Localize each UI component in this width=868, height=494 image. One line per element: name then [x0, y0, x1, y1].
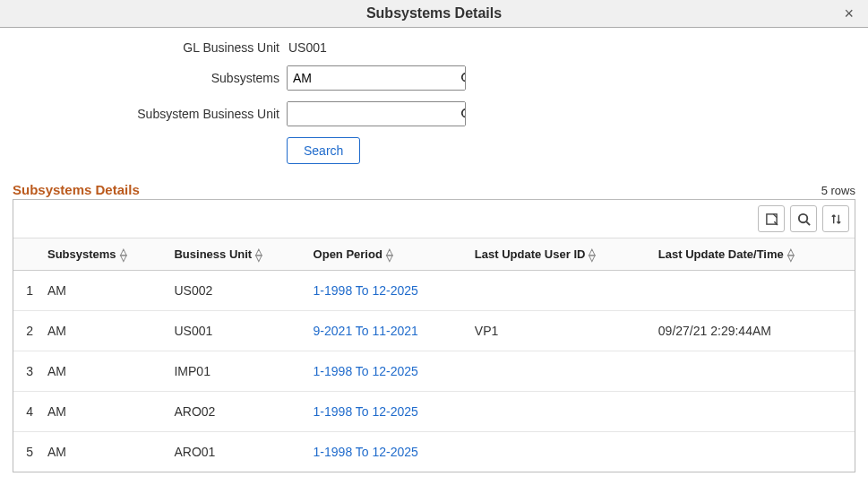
col-business-unit-label: Business Unit — [174, 247, 252, 261]
col-last-update-user-label: Last Update User ID — [475, 247, 586, 261]
col-subsystems[interactable]: Subsystems — [40, 238, 167, 271]
cell-row-number: 1 — [13, 271, 40, 311]
cell-row-number: 3 — [13, 351, 40, 392]
table-row: 4 AM ARO02 1-1998 To 12-2025 — [13, 392, 855, 432]
subsystem-bu-field-wrap — [287, 101, 466, 126]
cell-last-update-user — [468, 392, 651, 432]
cell-business-unit: ARO01 — [167, 432, 305, 472]
subsystems-lookup-button[interactable] — [455, 66, 466, 90]
cell-last-update-user — [468, 432, 651, 472]
svg-point-5 — [798, 213, 806, 221]
search-button[interactable]: Search — [287, 137, 360, 164]
cell-subsystems: AM — [40, 351, 167, 392]
cell-open-period-link[interactable]: 9-2021 To 11-2021 — [306, 311, 468, 351]
subsystems-label: Subsystems — [18, 71, 287, 85]
col-last-update-user[interactable]: Last Update User ID — [468, 238, 651, 271]
sort-indicator-icon — [120, 248, 127, 261]
cell-open-period-link[interactable]: 1-1998 To 12-2025 — [306, 392, 468, 432]
cell-last-update-user — [468, 271, 651, 311]
sort-indicator-icon — [386, 248, 393, 261]
cell-row-number: 4 — [13, 392, 40, 432]
results-table: Subsystems Business Unit Open Period Las… — [13, 238, 855, 472]
col-open-period[interactable]: Open Period — [306, 238, 468, 271]
search-icon — [797, 212, 811, 226]
close-icon: × — [844, 4, 854, 22]
svg-point-2 — [462, 109, 466, 117]
cell-subsystems: AM — [40, 432, 167, 472]
col-row-number — [13, 238, 40, 271]
col-last-update-dttm[interactable]: Last Update Date/Time — [651, 238, 855, 271]
cell-business-unit: US001 — [167, 311, 305, 351]
table-row: 5 AM ARO01 1-1998 To 12-2025 — [13, 432, 855, 472]
cell-subsystems: AM — [40, 271, 167, 311]
cell-last-update-user: VP1 — [468, 311, 651, 351]
col-last-update-dttm-label: Last Update Date/Time — [658, 247, 784, 261]
grid-action-icon — [765, 212, 778, 226]
cell-row-number: 5 — [13, 432, 40, 472]
col-open-period-label: Open Period — [314, 247, 382, 261]
gl-business-unit-value: US001 — [287, 40, 327, 55]
sort-button[interactable] — [822, 205, 849, 232]
table-row: 1 AM US002 1-1998 To 12-2025 — [13, 271, 855, 311]
grid-section-title: Subsystems Details — [13, 182, 140, 197]
table-row: 2 AM US001 9-2021 To 11-2021 VP1 09/27/2… — [13, 311, 855, 351]
cell-open-period-link[interactable]: 1-1998 To 12-2025 — [306, 432, 468, 472]
sort-indicator-icon — [589, 248, 596, 261]
cell-open-period-link[interactable]: 1-1998 To 12-2025 — [306, 351, 468, 392]
cell-row-number: 2 — [13, 311, 40, 351]
cell-last-update-dttm — [651, 432, 855, 472]
subsystem-bu-label: Subsystem Business Unit — [18, 107, 287, 121]
grid-row-count: 5 rows — [821, 184, 855, 197]
subsystem-bu-lookup-button[interactable] — [455, 102, 466, 126]
cell-business-unit: ARO02 — [167, 392, 305, 432]
subsystems-input[interactable] — [288, 66, 455, 90]
sort-indicator-icon — [787, 248, 795, 261]
search-form: GL Business Unit US001 Subsystems Subsys… — [0, 28, 868, 182]
cell-last-update-user — [468, 351, 651, 392]
cell-open-period-link[interactable]: 1-1998 To 12-2025 — [306, 271, 468, 311]
cell-last-update-dttm — [651, 392, 855, 432]
gl-business-unit-label: GL Business Unit — [18, 40, 287, 55]
modal-header: Subsystems Details × — [0, 0, 868, 28]
search-icon — [460, 72, 466, 84]
col-subsystems-label: Subsystems — [47, 247, 116, 261]
cell-business-unit: US002 — [167, 271, 305, 311]
cell-subsystems: AM — [40, 311, 167, 351]
sort-indicator-icon — [255, 248, 262, 261]
cell-last-update-dttm — [651, 271, 855, 311]
sort-icon — [829, 212, 843, 226]
table-row: 3 AM IMP01 1-1998 To 12-2025 — [13, 351, 855, 392]
grid-toolbar — [13, 200, 855, 238]
grid-section-header: Subsystems Details 5 rows — [0, 182, 868, 199]
svg-line-6 — [806, 221, 810, 225]
col-business-unit[interactable]: Business Unit — [167, 238, 305, 271]
modal-title: Subsystems Details — [366, 5, 502, 21]
cell-last-update-dttm: 09/27/21 2:29:44AM — [651, 311, 855, 351]
subsystem-bu-input[interactable] — [288, 102, 455, 126]
cell-last-update-dttm — [651, 351, 855, 392]
personalize-button[interactable] — [758, 205, 785, 232]
cell-business-unit: IMP01 — [167, 351, 305, 392]
search-icon — [460, 108, 466, 120]
cell-subsystems: AM — [40, 392, 167, 432]
find-button[interactable] — [790, 205, 817, 232]
grid-container: Subsystems Business Unit Open Period Las… — [13, 199, 855, 472]
close-button[interactable]: × — [838, 3, 859, 25]
svg-point-0 — [462, 74, 466, 82]
subsystems-field-wrap — [287, 65, 466, 91]
